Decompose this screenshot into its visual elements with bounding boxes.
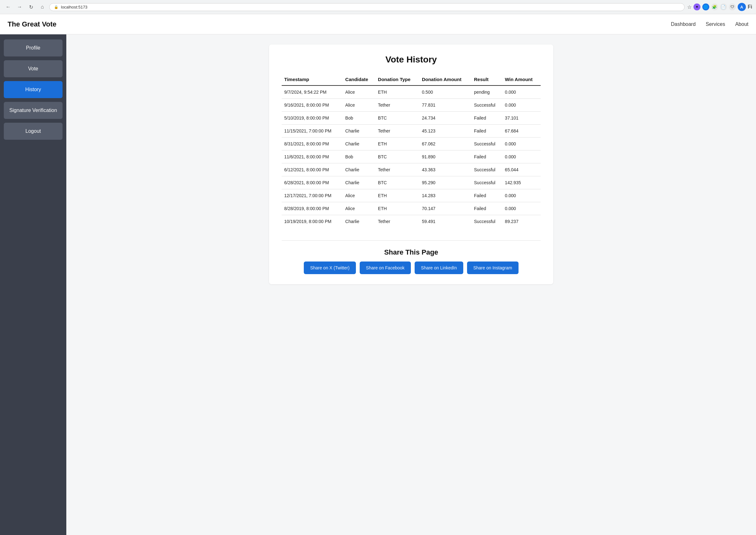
cell-candidate: Alice (343, 189, 375, 202)
col-header-timestamp: Timestamp (282, 73, 343, 85)
table-row: 12/17/2021, 7:00:00 PM Alice ETH 14.283 … (282, 189, 541, 202)
cell-timestamp: 6/28/2021, 8:00:00 PM (282, 176, 343, 189)
share-section: Share This Page Share on X (Twitter) Sha… (282, 240, 541, 274)
cell-win-amount: 0.000 (502, 202, 541, 215)
cell-candidate: Bob (343, 151, 375, 163)
share-title: Share This Page (282, 248, 541, 256)
cell-timestamp: 12/17/2021, 7:00:00 PM (282, 189, 343, 202)
cell-donation-type: BTC (376, 151, 419, 163)
table-row: 8/28/2019, 8:00:00 PM Alice ETH 70.147 F… (282, 202, 541, 215)
cell-donation-amount: 95.290 (419, 176, 471, 189)
cell-donation-type: ETH (376, 137, 419, 151)
cell-donation-type: Tether (376, 163, 419, 176)
cell-timestamp: 9/16/2021, 8:00:00 PM (282, 99, 343, 112)
share-twitter-button[interactable]: Share on X (Twitter) (304, 262, 356, 274)
cell-donation-type: ETH (376, 85, 419, 99)
cell-donation-amount: 67.062 (419, 137, 471, 151)
address-bar[interactable]: 🔒 localhost:5173 (49, 3, 685, 11)
cell-win-amount: 0.000 (502, 151, 541, 163)
cell-candidate: Charlie (343, 163, 375, 176)
cell-win-amount: 142.935 (502, 176, 541, 189)
cell-timestamp: 11/15/2021, 7:00:00 PM (282, 125, 343, 137)
extension-icon-1[interactable]: ✦ (693, 4, 700, 11)
cell-candidate: Charlie (343, 125, 375, 137)
cell-result: Failed (471, 202, 502, 215)
table-row: 9/16/2021, 8:00:00 PM Alice Tether 77.83… (282, 99, 541, 112)
cell-result: Successful (471, 99, 502, 112)
cell-candidate: Alice (343, 202, 375, 215)
cell-donation-type: ETH (376, 202, 419, 215)
table-row: 6/28/2021, 8:00:00 PM Charlie BTC 95.290… (282, 176, 541, 189)
forward-button[interactable]: → (15, 3, 24, 11)
table-row: 11/15/2021, 7:00:00 PM Charlie Tether 45… (282, 125, 541, 137)
cell-donation-amount: 91.890 (419, 151, 471, 163)
cell-candidate: Bob (343, 112, 375, 125)
cell-donation-amount: 77.831 (419, 99, 471, 112)
extension-icon-4[interactable]: 📄 (720, 4, 727, 11)
cell-donation-type: Tether (376, 215, 419, 228)
cell-result: Failed (471, 125, 502, 137)
cell-donation-type: ETH (376, 189, 419, 202)
cell-donation-amount: 59.491 (419, 215, 471, 228)
top-nav: The Great Vote Dashboard Services About (0, 14, 756, 34)
cell-candidate: Alice (343, 85, 375, 99)
nav-link-services[interactable]: Services (706, 21, 725, 27)
refresh-button[interactable]: ↻ (26, 3, 35, 11)
more-options-label: Fi (748, 4, 752, 10)
cell-donation-amount: 45.123 (419, 125, 471, 137)
cell-result: Successful (471, 176, 502, 189)
sidebar-item-logout[interactable]: Logout (4, 123, 63, 140)
cell-candidate: Charlie (343, 176, 375, 189)
main-container: Profile Vote History Signature Verificat… (0, 34, 756, 535)
share-instagram-button[interactable]: Share on Instagram (467, 262, 519, 274)
sidebar-item-signature-verification[interactable]: Signature Verification (4, 102, 63, 119)
cell-win-amount: 67.684 (502, 125, 541, 137)
cell-donation-type: BTC (376, 112, 419, 125)
col-header-donation-amount: Donation Amount (419, 73, 471, 85)
content-area: Vote History Timestamp Candidate Donatio… (66, 34, 756, 535)
vote-history-table: Timestamp Candidate Donation Type Donati… (282, 73, 541, 228)
cell-timestamp: 8/28/2019, 8:00:00 PM (282, 202, 343, 215)
col-header-win-amount: Win Amount (502, 73, 541, 85)
cell-donation-amount: 0.500 (419, 85, 471, 99)
back-button[interactable]: ← (4, 3, 13, 11)
share-buttons: Share on X (Twitter) Share on Facebook S… (282, 262, 541, 274)
browser-chrome: ← → ↻ ⌂ 🔒 localhost:5173 ☆ ✦ 🌐 🧩 📄 🛡 A F… (0, 0, 756, 14)
cell-candidate: Charlie (343, 215, 375, 228)
cell-win-amount: 0.000 (502, 85, 541, 99)
cell-donation-type: Tether (376, 125, 419, 137)
cell-timestamp: 9/7/2024, 9:54:22 PM (282, 85, 343, 99)
cell-result: Failed (471, 189, 502, 202)
share-linkedin-button[interactable]: Share on LinkedIn (415, 262, 463, 274)
col-header-result: Result (471, 73, 502, 85)
extension-icon-5[interactable]: 🛡 (729, 4, 736, 11)
content-card: Vote History Timestamp Candidate Donatio… (269, 44, 553, 284)
share-facebook-button[interactable]: Share on Facebook (360, 262, 411, 274)
extension-icon-3[interactable]: 🧩 (711, 4, 718, 11)
cell-win-amount: 65.044 (502, 163, 541, 176)
cell-win-amount: 0.000 (502, 137, 541, 151)
sidebar-item-history[interactable]: History (4, 81, 63, 98)
cell-donation-amount: 14.283 (419, 189, 471, 202)
nav-link-about[interactable]: About (735, 21, 748, 27)
table-row: 9/7/2024, 9:54:22 PM Alice ETH 0.500 pen… (282, 85, 541, 99)
sidebar-item-profile[interactable]: Profile (4, 40, 63, 56)
extension-icon-2[interactable]: 🌐 (702, 4, 709, 11)
cell-donation-amount: 24.734 (419, 112, 471, 125)
home-button[interactable]: ⌂ (38, 3, 47, 11)
browser-icons: ☆ ✦ 🌐 🧩 📄 🛡 A Fi (687, 3, 752, 11)
sidebar: Profile Vote History Signature Verificat… (0, 34, 66, 535)
cell-candidate: Alice (343, 99, 375, 112)
cell-donation-amount: 43.363 (419, 163, 471, 176)
cell-result: pending (471, 85, 502, 99)
cell-win-amount: 89.237 (502, 215, 541, 228)
nav-link-dashboard[interactable]: Dashboard (671, 21, 696, 27)
col-header-donation-type: Donation Type (376, 73, 419, 85)
table-row: 10/19/2019, 8:00:00 PM Charlie Tether 59… (282, 215, 541, 228)
cell-timestamp: 6/12/2021, 8:00:00 PM (282, 163, 343, 176)
sidebar-item-vote[interactable]: Vote (4, 60, 63, 77)
cell-win-amount: 0.000 (502, 189, 541, 202)
user-avatar[interactable]: A (738, 3, 746, 11)
cell-result: Successful (471, 215, 502, 228)
bookmark-icon[interactable]: ☆ (687, 4, 692, 10)
